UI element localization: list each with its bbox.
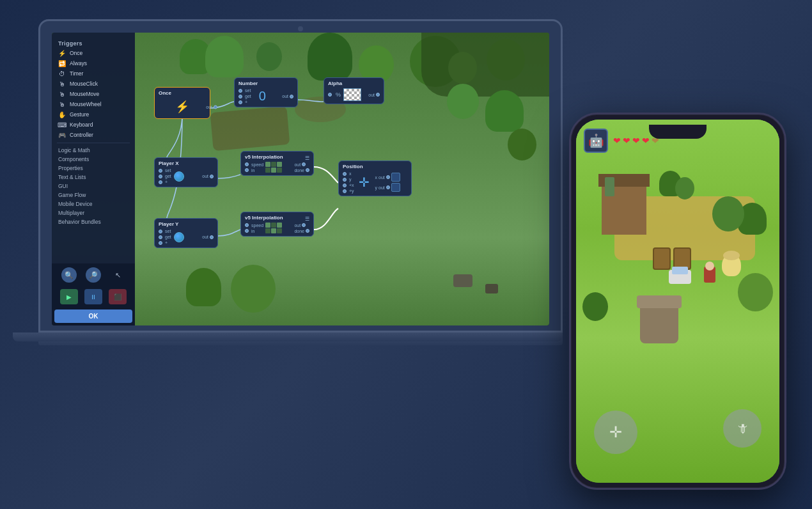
dpad-button[interactable]: ✛ (594, 411, 637, 454)
sidebar-item-gesture[interactable]: ✋ Gesture (52, 109, 135, 120)
sidebar-item-keyboard[interactable]: ⌨ Keyboard (52, 120, 135, 130)
sidebar-item-mousemove[interactable]: 🖱 MouseMove (52, 89, 135, 99)
sq11 (271, 228, 276, 233)
ok-button[interactable]: OK (54, 309, 132, 323)
number-set-port (238, 89, 242, 93)
number-plus-label: + (245, 100, 247, 104)
phone: 🤖 ❤ ❤ ❤ ❤ ❤ ✛ 🗡 (569, 113, 786, 490)
pos-y-port (343, 178, 347, 182)
action-button[interactable]: 🗡 (723, 409, 761, 448)
sidebar-cat-mobile[interactable]: Mobile Device (52, 200, 135, 208)
pos-py-port (343, 189, 347, 193)
player-avatar: 🤖 (584, 129, 608, 153)
sidebar-cat-gui[interactable]: GUI (52, 182, 135, 191)
keyboard-icon: ⌨ (58, 121, 66, 129)
laptop-hinge (13, 333, 563, 341)
pos-x-out-label: x out (375, 175, 385, 180)
node-v5-interp-2[interactable]: v5 Interpolation ☰ speed in (240, 212, 314, 237)
alpha-percent-icon: % (336, 91, 341, 98)
phone-vol-down-button[interactable] (569, 204, 570, 223)
sidebar-item-mousewheel[interactable]: 🖱 MouseWheel (52, 99, 135, 109)
number-out-label: out (282, 94, 288, 98)
timer-icon: ⏱ (58, 70, 66, 77)
once-out-label: out (206, 105, 212, 109)
phone-screen: 🤖 ❤ ❤ ❤ ❤ ❤ ✛ 🗡 (576, 120, 779, 483)
sidebar-actions: ▶ ⏸ ⬛ (52, 286, 135, 307)
sidebar-label-always: Always (70, 60, 87, 67)
sidebar-label-keyboard: Keyboard (70, 121, 93, 128)
controller-icon: 🎮 (58, 131, 66, 139)
sq8 (271, 223, 276, 228)
heart-4: ❤ (642, 136, 650, 146)
sq7 (265, 223, 270, 228)
sidebar-item-once[interactable]: ⚡ Once (52, 48, 135, 58)
node-position[interactable]: Position x y (338, 161, 412, 196)
v5-interp2-body: speed in (245, 223, 309, 233)
once-out-port: out (206, 105, 217, 109)
health-bar: ❤ ❤ ❤ ❤ ❤ (613, 136, 659, 146)
phone-vol-up-button[interactable] (569, 178, 570, 198)
sidebar-cat-properties[interactable]: Properties (52, 164, 135, 173)
sq1 (265, 162, 270, 167)
gesture-icon: ✋ (58, 111, 66, 118)
sidebar-item-timer[interactable]: ⏱ Timer (52, 68, 135, 79)
sidebar-cat-multiplayer[interactable]: Multiplayer (52, 208, 135, 217)
number-ports-left: set get + (238, 88, 251, 104)
v5-interp2-out-port (302, 223, 306, 227)
phone-power-button[interactable] (785, 191, 786, 223)
heart-3: ❤ (632, 136, 640, 146)
alpha-out-port (376, 93, 380, 97)
once-lightning-icon: ⚡ (175, 100, 189, 114)
heart-2: ❤ (623, 136, 630, 146)
number-out-row: out (282, 94, 293, 98)
v5-interp1-done-port (306, 168, 309, 172)
number-set-row: set (238, 88, 251, 93)
player-y-out-port (210, 235, 214, 239)
sidebar-cat-text[interactable]: Text & Lists (52, 173, 135, 182)
alpha-node-body: % out (328, 88, 380, 101)
node-canvas[interactable]: Once ⚡ out Number (135, 33, 549, 325)
sidebar-item-controller[interactable]: 🎮 Controller (52, 130, 135, 140)
sq10 (265, 228, 270, 233)
node-alpha[interactable]: Alpha % out (324, 77, 384, 104)
zoom-in-button[interactable]: 🔍 (61, 267, 77, 283)
node-once[interactable]: Once ⚡ out (154, 87, 210, 119)
sidebar-cat-behavior[interactable]: Behavior Bundles (52, 217, 135, 226)
v5-interp2-out-ports: out done (294, 223, 309, 233)
v5-interp2-done-port (306, 229, 309, 233)
node-player-x[interactable]: Player X set get (154, 157, 218, 187)
number-get-port (238, 95, 242, 98)
stop-button[interactable]: ⬛ (109, 289, 127, 304)
cursor-button[interactable]: ↖ (110, 267, 125, 283)
player-y-get-port (159, 235, 162, 239)
sidebar-cat-components[interactable]: Components (52, 155, 135, 164)
number-plus-row: + (238, 100, 251, 104)
v5-interp1-speed-label: speed (251, 162, 263, 167)
v5-interp1-in-port (245, 168, 249, 172)
node-v5-interp-1[interactable]: v5 Interpolation ☰ speed in (240, 151, 314, 176)
position-title: Position (343, 164, 407, 169)
play-button[interactable]: ▶ (60, 289, 78, 304)
sidebar-item-mouseclick[interactable]: 🖱 MouseClick (52, 79, 135, 89)
v5-interp2-speed-port (245, 223, 249, 227)
sidebar-cat-gameflow[interactable]: Game Flow (52, 191, 135, 200)
sidebar-label-mousemove: MouseMove (70, 91, 99, 97)
player-x-title: Player X (159, 161, 214, 166)
heart-1: ❤ (613, 136, 621, 146)
zoom-out-button[interactable]: 🔎 (86, 267, 101, 283)
position-in-ports: x y +x +y (343, 171, 354, 193)
v5-interp1-out-label: out (294, 162, 301, 167)
pause-button[interactable]: ⏸ (84, 289, 102, 304)
player-x-set-port (159, 169, 162, 173)
sidebar-item-always[interactable]: 🔁 Always (52, 58, 135, 68)
node-player-y[interactable]: Player Y set get (154, 218, 218, 248)
v5-interp1-done-label: done (294, 168, 304, 173)
player-x-set-label: set (165, 168, 171, 173)
v5-interp1-in-ports: speed in (245, 162, 263, 173)
v5-interp1-settings-icon: ☰ (305, 155, 309, 161)
pos-x-port (343, 172, 347, 176)
pos-px-label: +x (349, 183, 354, 187)
sidebar-cat-logic[interactable]: Logic & Math (52, 146, 135, 155)
node-number[interactable]: Number set get (234, 77, 298, 107)
player-x-get-port (159, 175, 162, 178)
